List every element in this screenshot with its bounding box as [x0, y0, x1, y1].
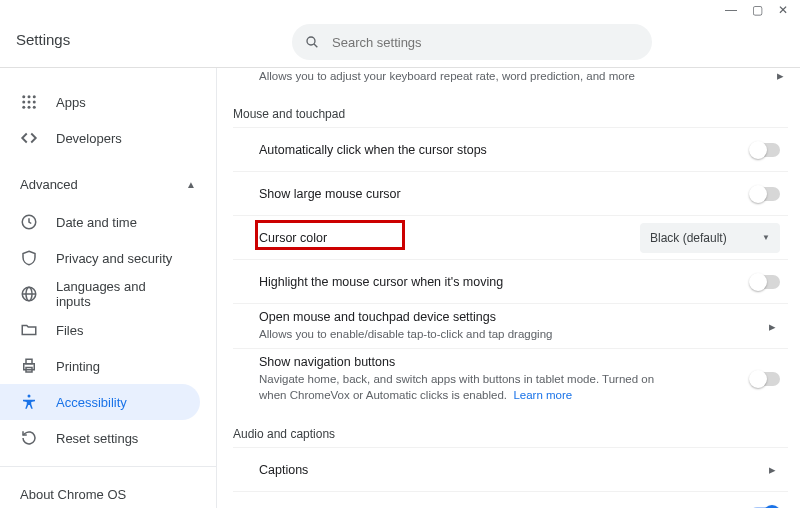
device-settings-label: Open mouse and touchpad device settings: [259, 310, 552, 324]
svg-line-1: [314, 44, 317, 47]
nav-buttons-toggle[interactable]: [750, 372, 780, 386]
row-large-cursor: Show large mouse cursor: [233, 171, 788, 215]
svg-point-6: [28, 101, 31, 104]
accessibility-icon: [20, 393, 38, 411]
cursor-color-value: Black (default): [650, 231, 727, 245]
large-cursor-label: Show large mouse cursor: [259, 187, 401, 201]
search-input[interactable]: [332, 35, 640, 50]
sidebar-item-label: Printing: [56, 359, 100, 374]
sidebar: Apps Developers Advanced ▲ Date and time…: [0, 68, 216, 508]
nav-buttons-label: Show navigation buttons: [259, 355, 679, 369]
code-icon: [20, 129, 38, 147]
large-cursor-toggle[interactable]: [750, 187, 780, 201]
svg-point-5: [22, 101, 25, 104]
sidebar-item-accessibility[interactable]: Accessibility: [0, 384, 200, 420]
chevron-up-icon: ▲: [186, 179, 196, 190]
sidebar-item-label: Reset settings: [56, 431, 138, 446]
svg-point-10: [33, 106, 36, 109]
row-autoclick: Automatically click when the cursor stop…: [233, 127, 788, 171]
dropdown-arrow-icon: ▼: [762, 233, 770, 242]
svg-point-0: [307, 37, 315, 45]
sidebar-item-about[interactable]: About Chrome OS: [0, 477, 216, 508]
svg-point-18: [28, 395, 31, 398]
sidebar-item-label: Files: [56, 323, 83, 338]
sidebar-item-reset[interactable]: Reset settings: [0, 420, 200, 456]
folder-icon: [20, 321, 38, 339]
search-icon: [304, 34, 320, 50]
svg-point-9: [28, 106, 31, 109]
autoclick-label: Automatically click when the cursor stop…: [259, 143, 487, 157]
apps-icon: [20, 93, 38, 111]
row-mono-audio: Play the same audio through all speakers…: [233, 491, 788, 508]
chevron-right-icon: ▸: [769, 462, 780, 477]
row-captions[interactable]: Captions ▸: [233, 447, 788, 491]
highlight-cursor-label: Highlight the mouse cursor when it's mov…: [259, 275, 503, 289]
nav-buttons-sub: Navigate home, back, and switch apps wit…: [259, 371, 679, 403]
sidebar-item-apps[interactable]: Apps: [0, 84, 200, 120]
content-pane[interactable]: Allows you to adjust your keyboard repea…: [216, 68, 800, 508]
svg-point-7: [33, 101, 36, 104]
sidebar-item-languages[interactable]: Languages and inputs: [0, 276, 200, 312]
search-box[interactable]: [292, 24, 652, 60]
sidebar-item-date-time[interactable]: Date and time: [0, 204, 200, 240]
svg-point-3: [28, 95, 31, 98]
advanced-toggle[interactable]: Advanced ▲: [0, 164, 216, 204]
highlight-cursor-toggle[interactable]: [750, 275, 780, 289]
sidebar-item-label: Privacy and security: [56, 251, 172, 266]
sidebar-item-label: Developers: [56, 131, 122, 146]
sidebar-item-label: Date and time: [56, 215, 137, 230]
svg-point-8: [22, 106, 25, 109]
sidebar-item-files[interactable]: Files: [0, 312, 200, 348]
cursor-color-select[interactable]: Black (default) ▼: [640, 223, 780, 253]
section-mouse-title: Mouse and touchpad: [233, 107, 788, 121]
sidebar-item-label: Languages and inputs: [56, 279, 180, 309]
sidebar-item-label: Accessibility: [56, 395, 127, 410]
section-audio-title: Audio and captions: [233, 427, 788, 441]
clock-icon: [20, 213, 38, 231]
chevron-right-icon: ▸: [769, 319, 780, 334]
learn-more-link[interactable]: Learn more: [513, 389, 572, 401]
svg-rect-16: [26, 359, 32, 364]
captions-label: Captions: [259, 463, 308, 477]
keyboard-subtitle: Allows you to adjust your keyboard repea…: [259, 70, 635, 82]
sidebar-item-privacy[interactable]: Privacy and security: [0, 240, 200, 276]
row-device-settings[interactable]: Open mouse and touchpad device settings …: [233, 303, 788, 348]
shield-icon: [20, 249, 38, 267]
svg-point-2: [22, 95, 25, 98]
divider: [0, 466, 216, 467]
chevron-right-icon[interactable]: ▸: [777, 68, 788, 83]
sidebar-item-developers[interactable]: Developers: [0, 120, 200, 156]
svg-point-4: [33, 95, 36, 98]
printer-icon: [20, 357, 38, 375]
highlight-annotation: [255, 220, 405, 250]
page-title: Settings: [16, 31, 70, 48]
sidebar-item-printing[interactable]: Printing: [0, 348, 200, 384]
row-highlight-cursor: Highlight the mouse cursor when it's mov…: [233, 259, 788, 303]
device-settings-sub: Allows you to enable/disable tap-to-clic…: [259, 326, 552, 342]
row-nav-buttons: Show navigation buttons Navigate home, b…: [233, 348, 788, 409]
advanced-label: Advanced: [20, 177, 78, 192]
row-cursor-color: Cursor color Black (default) ▼: [233, 215, 788, 259]
globe-icon: [20, 285, 38, 303]
autoclick-toggle[interactable]: [750, 143, 780, 157]
sidebar-item-label: Apps: [56, 95, 86, 110]
reset-icon: [20, 429, 38, 447]
